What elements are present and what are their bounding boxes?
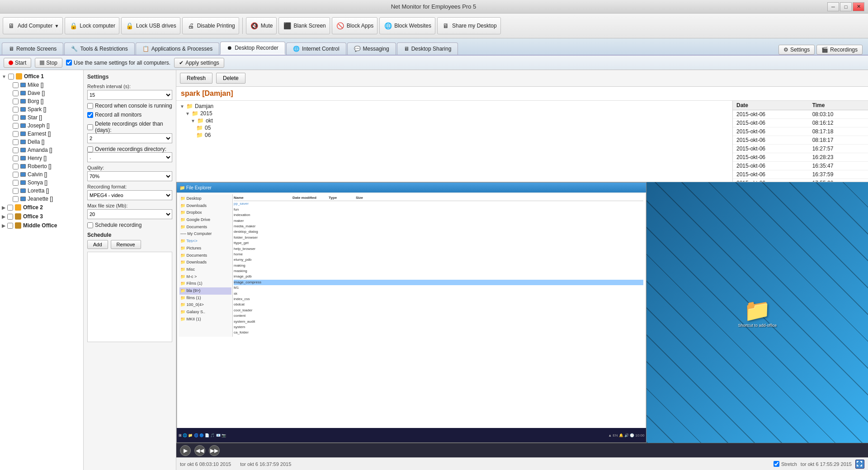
- mute-button[interactable]: 🔇 Mute: [246, 17, 277, 34]
- sidebar-item-loretta[interactable]: Loretta []: [0, 187, 83, 195]
- item-checkbox[interactable]: [13, 139, 19, 145]
- refresh-button[interactable]: Refresh: [180, 73, 212, 84]
- override-dir-select[interactable]: .: [87, 152, 172, 162]
- ftree-06[interactable]: 📁 06: [178, 132, 731, 139]
- table-row[interactable]: 2015-okt-0608:16:12: [733, 119, 868, 127]
- item-checkbox[interactable]: [13, 99, 19, 104]
- minimize-button[interactable]: ─: [827, 2, 839, 11]
- use-same-settings-checkbox[interactable]: [66, 60, 72, 66]
- refresh-interval-select[interactable]: 15: [87, 90, 172, 100]
- tree-group-office3-header[interactable]: ▶ Office 3: [0, 212, 83, 221]
- tab-desktop-recorder[interactable]: ⏺ Desktop Recorder: [220, 42, 285, 55]
- item-checkbox[interactable]: [13, 131, 19, 137]
- delete-older-label[interactable]: Delete recordings older than (days):: [87, 121, 172, 133]
- sidebar-item-joseph[interactable]: Joseph []: [0, 122, 83, 130]
- fast-forward-button[interactable]: ▶▶: [209, 445, 220, 456]
- sidebar-item-dave[interactable]: Dave []: [0, 89, 83, 97]
- table-row[interactable]: 2015-okt-0616:37:59: [733, 170, 868, 179]
- sidebar-item-spark[interactable]: Spark []: [0, 105, 83, 113]
- lock-computer-button[interactable]: 🔒 Lock computer: [65, 17, 119, 34]
- item-checkbox[interactable]: [13, 107, 19, 113]
- table-row[interactable]: 2015-okt-0617:55:29: [733, 179, 868, 182]
- item-checkbox[interactable]: [13, 172, 19, 178]
- share-desktop-button[interactable]: 🖥 Share my Desktop: [437, 17, 501, 34]
- table-row[interactable]: 2015-okt-0616:27:57: [733, 145, 868, 153]
- item-checkbox[interactable]: [13, 155, 19, 161]
- add-schedule-button[interactable]: Add: [87, 240, 108, 249]
- sidebar-item-calvin[interactable]: Calvin []: [0, 170, 83, 179]
- block-apps-button[interactable]: 🚫 Block Apps: [332, 17, 377, 34]
- recording-format-select[interactable]: MPEG4 - video: [87, 190, 172, 200]
- tab-desktop-sharing[interactable]: 🖥 Desktop Sharing: [397, 42, 458, 55]
- tab-remote-screens[interactable]: 🖥 Remote Screens: [2, 42, 63, 55]
- override-dir-label[interactable]: Override recordings directory:: [87, 146, 172, 152]
- item-checkbox[interactable]: [13, 180, 19, 186]
- play-button[interactable]: ▶: [180, 445, 191, 456]
- tab-messaging[interactable]: 💬 Messaging: [347, 42, 396, 55]
- group-checkbox[interactable]: [7, 205, 13, 211]
- item-checkbox[interactable]: [13, 123, 19, 129]
- settings-button[interactable]: ⚙ Settings: [778, 45, 815, 55]
- stretch-label[interactable]: Stretch: [774, 461, 797, 467]
- ftree-05[interactable]: 📁 05: [178, 124, 731, 132]
- blank-screen-button[interactable]: ⬛ Blank Screen: [278, 17, 330, 34]
- maximize-button[interactable]: □: [840, 2, 852, 11]
- table-row[interactable]: 2015-okt-0616:28:23: [733, 153, 868, 162]
- stretch-checkbox[interactable]: [774, 461, 779, 467]
- override-dir-checkbox[interactable]: [87, 146, 93, 152]
- sidebar-item-sonya[interactable]: Sonya []: [0, 179, 83, 187]
- max-file-size-select[interactable]: 20: [87, 209, 172, 219]
- tab-tools-restrictions[interactable]: 🔧 Tools & Restrictions: [64, 42, 134, 55]
- ftree-damjan[interactable]: ▼ 📁 Damjan: [178, 103, 731, 110]
- item-checkbox[interactable]: [13, 90, 19, 96]
- disable-printing-button[interactable]: 🖨 Disable Printing: [182, 17, 239, 34]
- table-row[interactable]: 2015-okt-0608:03:10: [733, 110, 868, 119]
- group-checkbox[interactable]: [7, 214, 13, 220]
- close-button[interactable]: ✕: [853, 2, 864, 11]
- item-checkbox[interactable]: [13, 82, 19, 88]
- table-row[interactable]: 2015-okt-0616:35:47: [733, 162, 868, 170]
- tree-group-office1-header[interactable]: ▼ Office 1: [0, 72, 83, 81]
- sidebar-item-earnest[interactable]: Earnest []: [0, 130, 83, 138]
- add-computer-button[interactable]: 🖥 Add Computer ▼: [3, 17, 63, 34]
- group-checkbox[interactable]: [8, 74, 14, 80]
- ftree-okt[interactable]: ▼ 📁 okt: [178, 117, 731, 124]
- apply-settings-button[interactable]: ✔ Apply settings: [174, 58, 224, 68]
- sidebar-item-jeanette[interactable]: Jeanette []: [0, 195, 83, 203]
- item-checkbox[interactable]: [13, 196, 19, 202]
- recordings-button[interactable]: 🎬 Recordings: [816, 45, 863, 55]
- item-checkbox[interactable]: [13, 164, 19, 169]
- remove-schedule-button[interactable]: Remove: [111, 240, 141, 249]
- schedule-recording-checkbox[interactable]: [87, 222, 93, 228]
- tab-internet-control[interactable]: 🌐 Internet Control: [286, 42, 346, 55]
- rewind-button[interactable]: ◀◀: [194, 445, 205, 456]
- item-checkbox[interactable]: [13, 188, 19, 194]
- sidebar-item-amanda[interactable]: Amanda []: [0, 146, 83, 154]
- lock-usb-button[interactable]: 🔒 Lock USB drives: [121, 17, 180, 34]
- group-checkbox[interactable]: [7, 223, 13, 229]
- table-row[interactable]: 2015-okt-0608:17:18: [733, 127, 868, 136]
- item-checkbox[interactable]: [13, 147, 19, 153]
- stop-button[interactable]: Stop: [35, 58, 62, 68]
- delete-button[interactable]: Delete: [216, 73, 245, 84]
- block-websites-button[interactable]: 🌐 Block Websites: [379, 17, 435, 34]
- start-button[interactable]: Start: [4, 58, 31, 68]
- sidebar-item-star[interactable]: Star []: [0, 113, 83, 122]
- sidebar-item-mike[interactable]: Mike []: [0, 81, 83, 89]
- fullscreen-button[interactable]: [855, 460, 864, 469]
- sidebar-item-henry[interactable]: Henry []: [0, 154, 83, 162]
- tree-group-middle-office-header[interactable]: ▶ Middle Office: [0, 221, 83, 230]
- schedule-recording-label[interactable]: Schedule recording: [87, 222, 172, 228]
- record-all-monitors-checkbox[interactable]: [87, 112, 93, 118]
- sidebar-item-roberto[interactable]: Roberto []: [0, 162, 83, 170]
- item-checkbox[interactable]: [13, 115, 19, 121]
- record-all-monitors-label[interactable]: Record all monitors: [87, 112, 172, 118]
- record-console-checkbox[interactable]: [87, 103, 93, 109]
- delete-older-select[interactable]: 2: [87, 133, 172, 143]
- record-console-label[interactable]: Record when console is running: [87, 103, 172, 109]
- table-row[interactable]: 2015-okt-0608:18:17: [733, 136, 868, 145]
- ftree-2015[interactable]: ▼ 📁 2015: [178, 110, 731, 117]
- use-same-settings-label[interactable]: Use the same settings for all computers.: [66, 60, 170, 66]
- delete-older-checkbox[interactable]: [87, 124, 93, 130]
- tab-applications-processes[interactable]: 📋 Applications & Processes: [136, 42, 219, 55]
